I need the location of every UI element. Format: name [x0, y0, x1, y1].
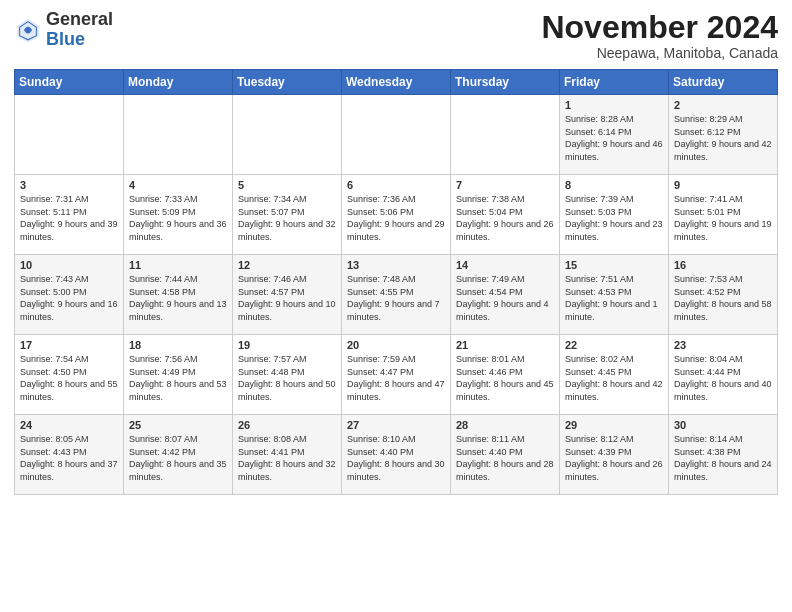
day-number: 13 — [347, 259, 446, 271]
day-cell-3-2: 19Sunrise: 7:57 AM Sunset: 4:48 PM Dayli… — [233, 335, 342, 415]
header-saturday: Saturday — [669, 70, 778, 95]
day-number: 27 — [347, 419, 446, 431]
day-number: 16 — [674, 259, 773, 271]
day-number: 18 — [129, 339, 228, 351]
day-info: Sunrise: 8:02 AM Sunset: 4:45 PM Dayligh… — [565, 353, 664, 403]
month-title: November 2024 — [541, 10, 778, 45]
day-cell-0-2 — [233, 95, 342, 175]
day-number: 23 — [674, 339, 773, 351]
day-number: 2 — [674, 99, 773, 111]
week-row-4: 17Sunrise: 7:54 AM Sunset: 4:50 PM Dayli… — [15, 335, 778, 415]
day-cell-4-1: 25Sunrise: 8:07 AM Sunset: 4:42 PM Dayli… — [124, 415, 233, 495]
day-info: Sunrise: 7:48 AM Sunset: 4:55 PM Dayligh… — [347, 273, 446, 323]
main-container: General Blue November 2024 Neepawa, Mani… — [0, 0, 792, 501]
header-wednesday: Wednesday — [342, 70, 451, 95]
day-number: 8 — [565, 179, 664, 191]
day-cell-2-1: 11Sunrise: 7:44 AM Sunset: 4:58 PM Dayli… — [124, 255, 233, 335]
day-number: 29 — [565, 419, 664, 431]
day-info: Sunrise: 7:51 AM Sunset: 4:53 PM Dayligh… — [565, 273, 664, 323]
day-info: Sunrise: 7:34 AM Sunset: 5:07 PM Dayligh… — [238, 193, 337, 243]
day-number: 10 — [20, 259, 119, 271]
day-info: Sunrise: 7:57 AM Sunset: 4:48 PM Dayligh… — [238, 353, 337, 403]
day-info: Sunrise: 8:01 AM Sunset: 4:46 PM Dayligh… — [456, 353, 555, 403]
day-info: Sunrise: 7:59 AM Sunset: 4:47 PM Dayligh… — [347, 353, 446, 403]
calendar-table: Sunday Monday Tuesday Wednesday Thursday… — [14, 69, 778, 495]
day-number: 26 — [238, 419, 337, 431]
day-cell-2-0: 10Sunrise: 7:43 AM Sunset: 5:00 PM Dayli… — [15, 255, 124, 335]
day-number: 15 — [565, 259, 664, 271]
week-row-5: 24Sunrise: 8:05 AM Sunset: 4:43 PM Dayli… — [15, 415, 778, 495]
day-info: Sunrise: 8:28 AM Sunset: 6:14 PM Dayligh… — [565, 113, 664, 163]
day-info: Sunrise: 7:36 AM Sunset: 5:06 PM Dayligh… — [347, 193, 446, 243]
day-info: Sunrise: 7:39 AM Sunset: 5:03 PM Dayligh… — [565, 193, 664, 243]
week-row-3: 10Sunrise: 7:43 AM Sunset: 5:00 PM Dayli… — [15, 255, 778, 335]
day-number: 4 — [129, 179, 228, 191]
day-info: Sunrise: 8:12 AM Sunset: 4:39 PM Dayligh… — [565, 433, 664, 483]
day-number: 7 — [456, 179, 555, 191]
location: Neepawa, Manitoba, Canada — [541, 45, 778, 61]
day-number: 14 — [456, 259, 555, 271]
day-cell-4-4: 28Sunrise: 8:11 AM Sunset: 4:40 PM Dayli… — [451, 415, 560, 495]
day-cell-0-6: 2Sunrise: 8:29 AM Sunset: 6:12 PM Daylig… — [669, 95, 778, 175]
day-info: Sunrise: 8:08 AM Sunset: 4:41 PM Dayligh… — [238, 433, 337, 483]
day-info: Sunrise: 7:38 AM Sunset: 5:04 PM Dayligh… — [456, 193, 555, 243]
day-info: Sunrise: 8:11 AM Sunset: 4:40 PM Dayligh… — [456, 433, 555, 483]
title-block: November 2024 Neepawa, Manitoba, Canada — [541, 10, 778, 61]
day-cell-1-5: 8Sunrise: 7:39 AM Sunset: 5:03 PM Daylig… — [560, 175, 669, 255]
day-info: Sunrise: 7:31 AM Sunset: 5:11 PM Dayligh… — [20, 193, 119, 243]
day-cell-0-1 — [124, 95, 233, 175]
day-cell-1-0: 3Sunrise: 7:31 AM Sunset: 5:11 PM Daylig… — [15, 175, 124, 255]
logo-icon — [14, 16, 42, 44]
day-info: Sunrise: 8:07 AM Sunset: 4:42 PM Dayligh… — [129, 433, 228, 483]
day-number: 28 — [456, 419, 555, 431]
day-number: 3 — [20, 179, 119, 191]
day-cell-0-3 — [342, 95, 451, 175]
day-number: 24 — [20, 419, 119, 431]
header-friday: Friday — [560, 70, 669, 95]
day-number: 20 — [347, 339, 446, 351]
day-number: 21 — [456, 339, 555, 351]
day-info: Sunrise: 7:43 AM Sunset: 5:00 PM Dayligh… — [20, 273, 119, 323]
day-cell-4-0: 24Sunrise: 8:05 AM Sunset: 4:43 PM Dayli… — [15, 415, 124, 495]
day-cell-4-3: 27Sunrise: 8:10 AM Sunset: 4:40 PM Dayli… — [342, 415, 451, 495]
header-sunday: Sunday — [15, 70, 124, 95]
week-row-1: 1Sunrise: 8:28 AM Sunset: 6:14 PM Daylig… — [15, 95, 778, 175]
day-cell-3-0: 17Sunrise: 7:54 AM Sunset: 4:50 PM Dayli… — [15, 335, 124, 415]
day-info: Sunrise: 8:29 AM Sunset: 6:12 PM Dayligh… — [674, 113, 773, 163]
day-cell-0-0 — [15, 95, 124, 175]
day-cell-1-2: 5Sunrise: 7:34 AM Sunset: 5:07 PM Daylig… — [233, 175, 342, 255]
day-info: Sunrise: 8:14 AM Sunset: 4:38 PM Dayligh… — [674, 433, 773, 483]
day-cell-1-1: 4Sunrise: 7:33 AM Sunset: 5:09 PM Daylig… — [124, 175, 233, 255]
day-number: 19 — [238, 339, 337, 351]
day-cell-2-2: 12Sunrise: 7:46 AM Sunset: 4:57 PM Dayli… — [233, 255, 342, 335]
day-number: 22 — [565, 339, 664, 351]
day-cell-3-5: 22Sunrise: 8:02 AM Sunset: 4:45 PM Dayli… — [560, 335, 669, 415]
day-cell-1-4: 7Sunrise: 7:38 AM Sunset: 5:04 PM Daylig… — [451, 175, 560, 255]
day-info: Sunrise: 8:04 AM Sunset: 4:44 PM Dayligh… — [674, 353, 773, 403]
day-cell-0-5: 1Sunrise: 8:28 AM Sunset: 6:14 PM Daylig… — [560, 95, 669, 175]
day-number: 17 — [20, 339, 119, 351]
day-cell-3-4: 21Sunrise: 8:01 AM Sunset: 4:46 PM Dayli… — [451, 335, 560, 415]
day-cell-1-6: 9Sunrise: 7:41 AM Sunset: 5:01 PM Daylig… — [669, 175, 778, 255]
day-info: Sunrise: 7:49 AM Sunset: 4:54 PM Dayligh… — [456, 273, 555, 323]
day-info: Sunrise: 7:53 AM Sunset: 4:52 PM Dayligh… — [674, 273, 773, 323]
day-cell-3-1: 18Sunrise: 7:56 AM Sunset: 4:49 PM Dayli… — [124, 335, 233, 415]
day-cell-2-5: 15Sunrise: 7:51 AM Sunset: 4:53 PM Dayli… — [560, 255, 669, 335]
day-cell-3-3: 20Sunrise: 7:59 AM Sunset: 4:47 PM Dayli… — [342, 335, 451, 415]
day-cell-1-3: 6Sunrise: 7:36 AM Sunset: 5:06 PM Daylig… — [342, 175, 451, 255]
logo-text: General Blue — [46, 10, 113, 50]
day-info: Sunrise: 7:33 AM Sunset: 5:09 PM Dayligh… — [129, 193, 228, 243]
day-info: Sunrise: 7:46 AM Sunset: 4:57 PM Dayligh… — [238, 273, 337, 323]
day-info: Sunrise: 8:05 AM Sunset: 4:43 PM Dayligh… — [20, 433, 119, 483]
day-number: 25 — [129, 419, 228, 431]
day-info: Sunrise: 7:44 AM Sunset: 4:58 PM Dayligh… — [129, 273, 228, 323]
day-cell-4-2: 26Sunrise: 8:08 AM Sunset: 4:41 PM Dayli… — [233, 415, 342, 495]
day-cell-2-4: 14Sunrise: 7:49 AM Sunset: 4:54 PM Dayli… — [451, 255, 560, 335]
days-header-row: Sunday Monday Tuesday Wednesday Thursday… — [15, 70, 778, 95]
day-info: Sunrise: 7:41 AM Sunset: 5:01 PM Dayligh… — [674, 193, 773, 243]
day-info: Sunrise: 7:54 AM Sunset: 4:50 PM Dayligh… — [20, 353, 119, 403]
day-cell-0-4 — [451, 95, 560, 175]
header-thursday: Thursday — [451, 70, 560, 95]
day-number: 11 — [129, 259, 228, 271]
day-number: 9 — [674, 179, 773, 191]
